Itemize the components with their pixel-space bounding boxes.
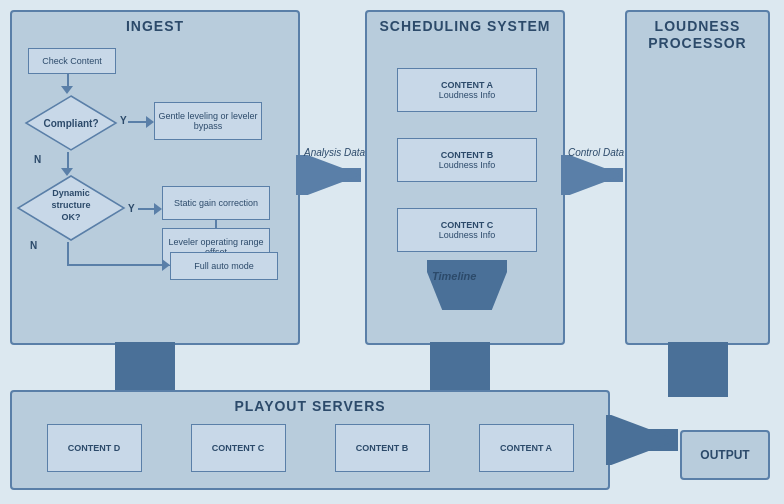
ingest-title: INGEST [12, 12, 298, 38]
label-y2: Y [128, 203, 135, 214]
loudness-box: LOUDNESS PROCESSOR [625, 10, 770, 345]
scheduling-to-playout-arrow [430, 342, 490, 397]
playout-content-a: CONTENT A [479, 424, 574, 472]
scheduling-title: SCHEDULING SYSTEM [367, 12, 563, 39]
svg-text:Compliant?: Compliant? [44, 118, 99, 129]
arrow-right-full-auto [162, 259, 170, 271]
arrow-line-full-auto [67, 264, 165, 266]
check-content-box: Check Content [28, 48, 116, 74]
analysis-data-label: Analysis Data [304, 147, 365, 158]
ingest-to-playout-arrow [115, 342, 175, 397]
playout-title: PLAYOUT SERVERS [12, 392, 608, 420]
label-n2: N [30, 240, 37, 251]
content-b-box: CONTENT B Loudness Info [397, 138, 537, 182]
scheduling-to-loudness-arrow [561, 155, 631, 195]
output-box: OUTPUT [680, 430, 770, 480]
control-data-label: Control Data [568, 147, 624, 158]
arrow-right-y1 [146, 116, 154, 128]
playout-contents: CONTENT D CONTENT C CONTENT B CONTENT A [12, 424, 608, 472]
content-a-box: CONTENT A Loudness Info [397, 68, 537, 112]
compliant-diamond: Compliant? [24, 94, 118, 154]
scheduling-box: SCHEDULING SYSTEM CONTENT A Loudness Inf… [365, 10, 565, 345]
label-n1: N [34, 154, 41, 165]
output-label: OUTPUT [700, 448, 749, 462]
playout-box: PLAYOUT SERVERS CONTENT D CONTENT C CONT… [10, 390, 610, 490]
svg-text:OK?: OK? [62, 212, 81, 222]
ingest-box: INGEST Check Content Compliant? Y Gentle… [10, 10, 300, 345]
dynamic-structure-diamond: Dynamic structure OK? [16, 174, 126, 244]
diagram-container: INGEST Check Content Compliant? Y Gentle… [0, 0, 784, 504]
arrow-down-1 [61, 86, 73, 94]
playout-content-d: CONTENT D [47, 424, 142, 472]
full-auto-box: Full auto mode [170, 252, 278, 280]
ingest-to-scheduling-arrow [296, 155, 371, 195]
arrow-line-y1 [128, 121, 148, 123]
timeline-label: Timeline [432, 270, 476, 282]
playout-content-b: CONTENT B [335, 424, 430, 472]
loudness-to-bottom-arrow [668, 342, 728, 397]
playout-to-output-arrow [606, 415, 686, 465]
timeline-arrow [427, 260, 507, 310]
static-gain-box: Static gain correction [162, 186, 270, 220]
compliant-diamond-svg: Compliant? [24, 94, 118, 152]
loudness-title: LOUDNESS PROCESSOR [627, 12, 768, 56]
svg-text:structure: structure [51, 200, 90, 210]
content-c-box: CONTENT C Loudness Info [397, 208, 537, 252]
svg-text:Dynamic: Dynamic [52, 188, 90, 198]
arrow-right-y2 [154, 203, 162, 215]
dynamic-structure-svg: Dynamic structure OK? [16, 174, 126, 242]
label-y1: Y [120, 115, 127, 126]
playout-content-c: CONTENT C [191, 424, 286, 472]
arrow-line-n2 [67, 242, 69, 264]
gentle-leveling-box: Gentle leveling or leveler bypass [154, 102, 262, 140]
